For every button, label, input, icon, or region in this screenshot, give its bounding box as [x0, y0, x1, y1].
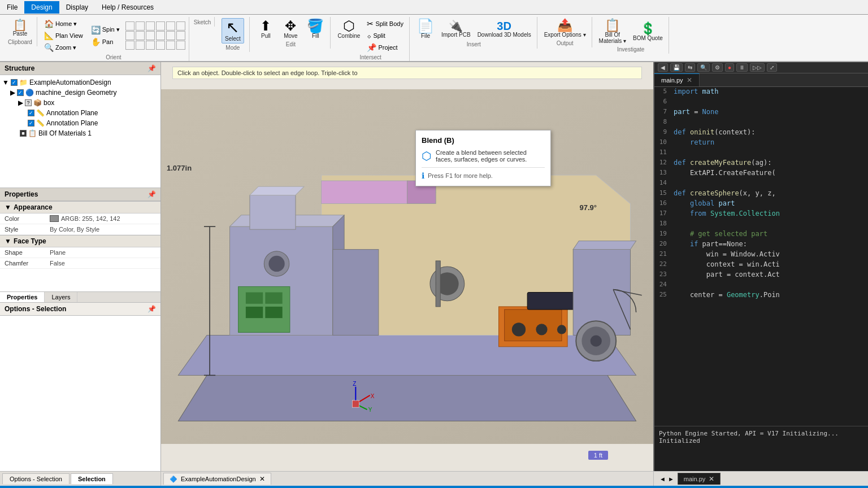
color-swatch[interactable] [50, 215, 59, 222]
import-pcb-button[interactable]: 🔌 Import PCB [439, 19, 473, 39]
tab-selection[interactable]: Selection [71, 473, 113, 484]
checkbox-bom[interactable]: ■ [20, 130, 27, 137]
structure-title: Structure [5, 64, 34, 72]
sketch-tool-18[interactable] [176, 41, 185, 50]
code-tool-more[interactable]: ▷▷ [750, 63, 765, 72]
code-area[interactable]: 5import math6 7part = None8 9def oninit(… [654, 87, 868, 426]
code-tab-bottom-close[interactable]: ✕ [709, 475, 714, 483]
tree-item-annotation2[interactable]: ✓ 📏 Annotation Plane [2, 118, 158, 128]
sketch-tool-3[interactable] [146, 21, 155, 30]
appearance-section-header[interactable]: ▼ Appearance [0, 201, 160, 213]
file-button[interactable]: 📄 File [414, 18, 437, 40]
viewport-tab-icon: 🔷 [170, 476, 177, 483]
paste-button[interactable]: 📋 Paste [9, 18, 32, 38]
checkbox-geometry[interactable]: ✓ [17, 89, 24, 96]
sketch-tool-5[interactable] [166, 21, 175, 30]
plan-view-button[interactable]: 📐 Plan View [42, 30, 85, 41]
code-line: 22 context = win.Acti [654, 260, 868, 270]
home-button[interactable]: 🏠 Home ▾ [42, 18, 85, 29]
sketch-tool-17[interactable] [166, 41, 175, 50]
checkbox-root[interactable]: ✓ [11, 79, 18, 86]
fill-button[interactable]: 🪣 Fill [304, 18, 327, 40]
chamfer-key: Chamfer [5, 260, 50, 267]
sketch-tool-9[interactable] [146, 31, 155, 40]
options-pin[interactable]: 📌 [147, 305, 156, 313]
code-tab-bottom[interactable]: main.py ✕ [678, 473, 721, 485]
sketch-tool-4[interactable] [156, 21, 165, 30]
color-value[interactable]: ARGB: 255, 142, 142 [50, 215, 120, 222]
structure-tree: ▼ ✓ 📁 ExampleAutomationDesign ▶ ✓ 🔵 mach… [0, 75, 160, 188]
code-tool-diff[interactable]: ⇆ [685, 63, 695, 72]
sketch-tool-2[interactable] [136, 21, 145, 30]
tab-options-selection[interactable]: Options - Selection [2, 473, 70, 484]
download-3d-button[interactable]: 3D Download 3D Models [475, 19, 533, 39]
code-tab-main[interactable]: main.py ✕ [654, 73, 700, 86]
machine-3d-view: Z X Y [161, 62, 653, 471]
sketch-tool-13[interactable] [125, 41, 134, 50]
export-options-button[interactable]: 📤 Export Options ▾ [542, 18, 588, 39]
sketch-tool-6[interactable] [176, 21, 185, 30]
zoom-button[interactable]: 🔍 Zoom ▾ [42, 42, 85, 53]
paste-label: Paste [13, 30, 28, 37]
properties-pin[interactable]: 📌 [147, 190, 156, 198]
appearance-label: Appearance [14, 203, 53, 211]
expand-icon-box: ▶ [18, 99, 23, 107]
menu-file[interactable]: File [0, 1, 24, 14]
sketch-tool-14[interactable] [136, 41, 145, 50]
tab-layers[interactable]: Layers [45, 292, 77, 302]
svg-point-24 [557, 325, 566, 334]
pan-button[interactable]: ✋ Pan [89, 36, 122, 47]
properties-header: Properties 📌 [0, 188, 160, 201]
face-type-section-header[interactable]: ▼ Face Type [0, 235, 160, 247]
sketch-tool-8[interactable] [136, 31, 145, 40]
tree-item-box[interactable]: ▶ ? 📦 box [2, 98, 158, 108]
sketch-tool-15[interactable] [146, 41, 155, 50]
menu-design[interactable]: Design [24, 1, 59, 14]
select-button[interactable]: ↖ Select [222, 18, 244, 43]
tree-item-annotation1[interactable]: ✓ 📏 Annotation Plane [2, 108, 158, 118]
sketch-tool-1[interactable] [125, 21, 134, 30]
ribbon-group-edit: ⬆ Pull ✥ Move 🪣 Fill Edit [251, 17, 331, 49]
ann1-icon: 📏 [36, 109, 45, 117]
expand-icon-root: ▼ [2, 79, 9, 86]
code-tab-close[interactable]: ✕ [687, 76, 692, 84]
code-tool-expand[interactable]: ⤢ [767, 63, 777, 72]
move-button[interactable]: ✥ Move [279, 18, 302, 40]
code-tool-nav-back[interactable]: ◀ [658, 63, 668, 72]
viewport[interactable]: Click an object. Double-click to select … [161, 62, 653, 471]
checkbox-ann2[interactable]: ✓ [28, 120, 34, 127]
tab-properties[interactable]: Properties [0, 292, 45, 302]
spin-button[interactable]: 🔄 Spin ▾ [89, 24, 122, 36]
sketch-tool-16[interactable] [156, 41, 165, 50]
viewport-tab[interactable]: 🔷 ExampleAutomationDesign ✕ [163, 473, 271, 485]
code-line: 5import math [654, 87, 868, 97]
pan-label: Pan [102, 38, 114, 45]
sketch-tool-11[interactable] [166, 31, 175, 40]
checkbox-box[interactable]: ? [25, 99, 32, 106]
code-tool-stop[interactable]: ⏸ [736, 63, 748, 72]
code-tool-search[interactable]: 🔍 [697, 63, 710, 72]
nav-arrows[interactable]: ◄► [656, 474, 678, 483]
sketch-tool-7[interactable] [125, 31, 134, 40]
code-tool-run[interactable]: ● [725, 63, 734, 72]
sketch-tool-10[interactable] [156, 31, 165, 40]
menu-help[interactable]: Help / Resources [95, 1, 160, 14]
tree-item-root[interactable]: ▼ ✓ 📁 ExampleAutomationDesign [2, 77, 158, 88]
angle-label: 97.9° [579, 203, 597, 212]
menu-display[interactable]: Display [59, 1, 95, 14]
structure-pin[interactable]: 📌 [147, 64, 156, 72]
viewport-tab-close[interactable]: ✕ [259, 475, 265, 483]
bill-of-materials-button[interactable]: 📋 Bill OfMaterials ▾ [597, 18, 628, 45]
combine-button[interactable]: ⬡ Combine [335, 18, 362, 53]
tree-item-bom[interactable]: ■ 📋 Bill Of Materials 1 [2, 128, 158, 138]
sketch-tool-12[interactable] [176, 31, 185, 40]
checkbox-ann1[interactable]: ✓ [28, 110, 34, 116]
code-tool-save[interactable]: 💾 [670, 63, 683, 72]
split-button[interactable]: ⬦ Split [364, 30, 406, 41]
tree-item-geometry[interactable]: ▶ ✓ 🔵 machine_design Geometry [2, 88, 158, 98]
bom-quote-button[interactable]: 💲 BOM Quote [631, 21, 665, 42]
code-tool-settings[interactable]: ⚙ [712, 63, 723, 72]
project-button[interactable]: 📌 Project [364, 42, 406, 53]
split-body-button[interactable]: ✂ Split Body [364, 18, 406, 29]
pull-button[interactable]: ⬆ Pull [254, 18, 277, 40]
